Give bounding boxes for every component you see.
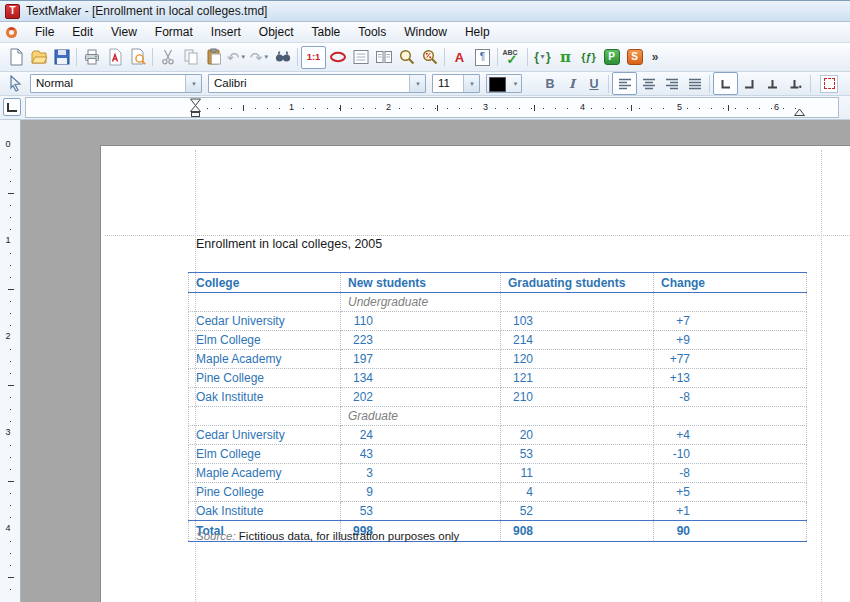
table-cell[interactable] xyxy=(654,407,807,426)
font-size-select[interactable]: 11▼ xyxy=(432,74,480,93)
more-tools-button[interactable]: » xyxy=(646,47,664,68)
document-title[interactable]: Enrollment in local colleges, 2005 xyxy=(196,237,382,251)
app-icon[interactable]: T xyxy=(5,4,20,19)
graduating-cell[interactable]: 214 xyxy=(501,331,654,350)
spell-check-button[interactable]: ABC✓ xyxy=(501,47,524,68)
header-graduating[interactable]: Graduating students xyxy=(501,273,654,293)
bold-button[interactable]: B xyxy=(539,74,561,94)
document-page[interactable]: Enrollment in local colleges, 2005 Colle… xyxy=(100,145,850,602)
change-cell[interactable]: +4 xyxy=(654,426,807,445)
change-cell[interactable]: +13 xyxy=(654,369,807,388)
borders-button[interactable] xyxy=(820,75,838,93)
page-view-button[interactable] xyxy=(349,47,372,68)
zoom-100-button[interactable]: 1:1 xyxy=(301,46,326,69)
menu-object[interactable]: Object xyxy=(250,23,303,41)
chevron-down-icon[interactable]: ▼ xyxy=(240,54,246,60)
spreadsheet-button[interactable]: S xyxy=(623,47,646,68)
two-page-view-button[interactable] xyxy=(372,47,395,68)
font-color-select[interactable]: ▼ xyxy=(486,74,522,93)
table-cell[interactable] xyxy=(501,407,654,426)
section-label-cell[interactable]: Graduate xyxy=(341,407,501,426)
justify-button[interactable] xyxy=(683,73,706,94)
change-cell[interactable]: -10 xyxy=(654,445,807,464)
menu-table[interactable]: Table xyxy=(303,23,350,41)
align-center-button[interactable] xyxy=(637,73,660,94)
college-cell[interactable]: Pine College xyxy=(189,483,341,502)
align-right-button[interactable] xyxy=(660,73,683,94)
graduating-cell[interactable]: 52 xyxy=(501,502,654,521)
new-students-cell[interactable]: 223 xyxy=(341,331,501,350)
open-button[interactable] xyxy=(27,47,50,68)
graduating-cell[interactable]: 120 xyxy=(501,350,654,369)
new-students-cell[interactable]: 43 xyxy=(341,445,501,464)
graduating-cell[interactable]: 11 xyxy=(501,464,654,483)
menu-tools[interactable]: Tools xyxy=(349,23,395,41)
menu-view[interactable]: View xyxy=(102,23,146,41)
source-note[interactable]: Source: Fictitious data, for illustratio… xyxy=(196,530,459,542)
college-cell[interactable]: Elm College xyxy=(189,331,341,350)
fields-button[interactable]: {▼} xyxy=(531,47,554,68)
decimal-tab-button[interactable] xyxy=(784,73,807,94)
change-cell[interactable]: -8 xyxy=(654,388,807,407)
college-cell[interactable]: Maple Academy xyxy=(189,350,341,369)
underline-button[interactable]: U xyxy=(583,74,605,94)
table-cell[interactable] xyxy=(189,407,341,426)
menu-format[interactable]: Format xyxy=(146,23,202,41)
graduating-cell[interactable]: 4 xyxy=(501,483,654,502)
italic-button[interactable]: I xyxy=(561,74,583,94)
change-cell[interactable]: +77 xyxy=(654,350,807,369)
table-cell[interactable] xyxy=(501,293,654,312)
section-label-cell[interactable]: Undergraduate xyxy=(341,293,501,312)
graduating-cell[interactable]: 210 xyxy=(501,388,654,407)
new-students-cell[interactable]: 9 xyxy=(341,483,501,502)
export-pdf-button[interactable] xyxy=(103,47,126,68)
new-document-button[interactable] xyxy=(4,47,27,68)
table-cell[interactable] xyxy=(189,293,341,312)
college-cell[interactable]: Cedar University xyxy=(189,312,341,331)
menu-help[interactable]: Help xyxy=(456,23,499,41)
formula-button[interactable]: π xyxy=(554,47,577,68)
graduating-cell[interactable]: 53 xyxy=(501,445,654,464)
center-tab-button[interactable] xyxy=(761,73,784,94)
paragraph-style-select[interactable]: Normal▼ xyxy=(30,74,202,93)
change-cell[interactable]: +1 xyxy=(654,502,807,521)
header-change[interactable]: Change xyxy=(654,273,807,293)
align-left-button[interactable] xyxy=(612,72,637,95)
chevron-down-icon[interactable]: ▼ xyxy=(409,75,425,92)
calculation-button[interactable]: {ƒ} xyxy=(577,47,600,68)
indent-marker[interactable] xyxy=(189,98,202,118)
header-new-students[interactable]: New students xyxy=(341,273,501,293)
menu-file[interactable]: File xyxy=(26,23,63,41)
left-tab-button[interactable] xyxy=(713,72,738,95)
table-cell[interactable] xyxy=(654,293,807,312)
menu-window[interactable]: Window xyxy=(395,23,456,41)
tab-type-selector[interactable] xyxy=(3,98,21,116)
change-cell[interactable]: +7 xyxy=(654,312,807,331)
chevron-down-icon[interactable]: ▼ xyxy=(185,75,201,92)
graduating-cell[interactable]: 20 xyxy=(501,426,654,445)
college-cell[interactable]: Oak Institute xyxy=(189,388,341,407)
font-select[interactable]: Calibri▼ xyxy=(208,74,426,93)
copy-button[interactable] xyxy=(179,47,202,68)
undo-button[interactable]: ↶▼ xyxy=(225,47,248,68)
total-change-cell[interactable]: 90 xyxy=(654,521,807,542)
new-students-cell[interactable]: 110 xyxy=(341,312,501,331)
menu-insert[interactable]: Insert xyxy=(202,23,250,41)
change-cell[interactable]: +5 xyxy=(654,483,807,502)
right-tab-button[interactable] xyxy=(738,73,761,94)
college-cell[interactable]: Elm College xyxy=(189,445,341,464)
total-graduating-cell[interactable]: 908 xyxy=(501,521,654,542)
graduating-cell[interactable]: 103 xyxy=(501,312,654,331)
college-cell[interactable]: Pine College xyxy=(189,369,341,388)
presentations-button[interactable]: P xyxy=(600,47,623,68)
zoom-button[interactable] xyxy=(395,47,418,68)
graduating-cell[interactable]: 121 xyxy=(501,369,654,388)
print-preview-button[interactable] xyxy=(126,47,149,68)
menu-edit[interactable]: Edit xyxy=(63,23,102,41)
chevron-down-icon[interactable]: ▼ xyxy=(263,54,269,60)
header-college[interactable]: College xyxy=(189,273,341,293)
print-button[interactable] xyxy=(80,47,103,68)
new-students-cell[interactable]: 197 xyxy=(341,350,501,369)
college-cell[interactable]: Cedar University xyxy=(189,426,341,445)
redo-button[interactable]: ↷▼ xyxy=(248,47,271,68)
